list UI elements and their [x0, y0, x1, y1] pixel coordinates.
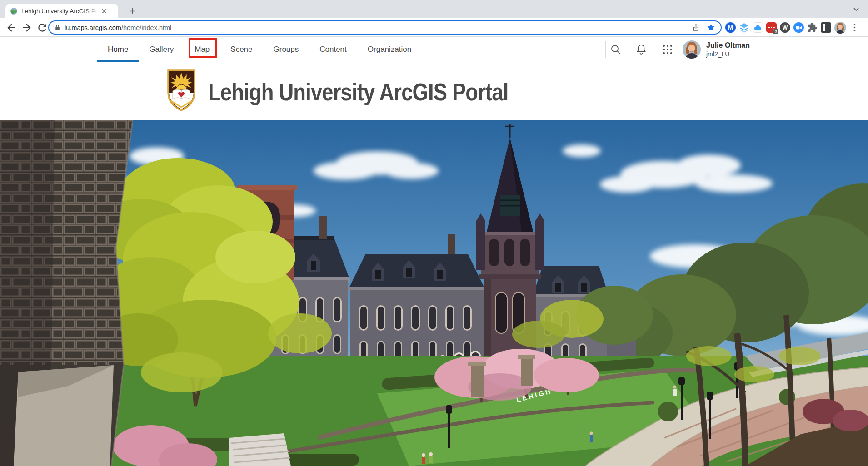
- user-name: Julie Oltman: [706, 41, 750, 50]
- zoom-icon[interactable]: [793, 22, 804, 33]
- lock-icon: [55, 24, 60, 31]
- forward-button[interactable]: [21, 22, 33, 34]
- portal-masthead: Lehigh University ArcGIS Portal: [0, 62, 868, 120]
- malwarebytes-icon[interactable]: M: [725, 22, 736, 33]
- browser-tab[interactable]: Lehigh University ArcGIS Porta: [5, 4, 118, 18]
- page-title: Lehigh University ArcGIS Portal: [208, 78, 508, 106]
- app-launcher-grid-icon[interactable]: [662, 44, 673, 55]
- arcgis-globe-favicon: [10, 7, 18, 15]
- browser-menu-icon[interactable]: [849, 22, 860, 33]
- cloud-glyph-icon: [754, 25, 762, 30]
- url-text: lu.maps.arcgis.com/home/index.html: [65, 24, 171, 31]
- extensions-puzzle-icon[interactable]: [807, 22, 818, 33]
- plus-icon: [129, 8, 136, 15]
- browser-toolbar: lu.maps.arcgis.com/home/index.html M 3 W: [0, 18, 868, 37]
- wave-icon[interactable]: W: [780, 22, 790, 33]
- avatar-photo-icon: [683, 40, 701, 59]
- icloud-icon[interactable]: [753, 22, 763, 33]
- url-path: /home/index.html: [121, 24, 171, 31]
- user-username: jml2_LU: [706, 50, 750, 58]
- url-domain: lu.maps.arcgis.com: [65, 24, 121, 31]
- map-highlight-annotation: [189, 38, 217, 58]
- nav-item-home[interactable]: Home: [97, 37, 139, 62]
- new-tab-button[interactable]: [126, 5, 138, 17]
- avatar-photo-icon: [834, 22, 846, 34]
- side-panel-icon[interactable]: [821, 22, 831, 33]
- user-menu[interactable]: Julie Oltman jml2_LU: [683, 40, 750, 59]
- address-bar[interactable]: lu.maps.arcgis.com/home/index.html: [48, 20, 722, 35]
- layers-icon[interactable]: [739, 22, 749, 33]
- extension-badge: 3: [773, 29, 779, 35]
- tab-close-icon[interactable]: [100, 7, 108, 15]
- video-camera-glyph-icon: [796, 25, 802, 30]
- lastpass-icon[interactable]: 3: [766, 22, 777, 33]
- nav-item-content[interactable]: Content: [309, 37, 357, 62]
- portal-navigation: Home Gallery Map Scene Groups Content Or…: [0, 37, 868, 62]
- tab-title: Lehigh University ArcGIS Porta: [21, 8, 99, 15]
- share-icon[interactable]: [692, 23, 700, 32]
- campus-scene: LEHIGH IS: [0, 120, 868, 466]
- nav-item-groups[interactable]: Groups: [263, 37, 309, 62]
- nav-item-organization[interactable]: Organization: [357, 37, 422, 62]
- extensions-row: M 3 W: [725, 18, 860, 37]
- browser-profile-avatar[interactable]: [834, 22, 846, 34]
- notifications-bell-icon[interactable]: [635, 44, 647, 55]
- search-icon[interactable]: [610, 44, 622, 55]
- nav-item-scene[interactable]: Scene: [220, 37, 263, 62]
- user-avatar: [683, 40, 701, 59]
- reload-button[interactable]: [36, 22, 48, 34]
- nav-item-gallery[interactable]: Gallery: [139, 37, 184, 62]
- bookmark-star-icon[interactable]: [707, 23, 715, 32]
- back-button[interactable]: [5, 22, 17, 34]
- nav-divider: [605, 41, 606, 58]
- hero-campus-photo: LEHIGH IS: [0, 120, 868, 466]
- browser-tab-strip: Lehigh University ArcGIS Porta: [0, 0, 868, 18]
- tab-search-chevron-icon[interactable]: [852, 5, 861, 14]
- lehigh-shield-logo: [166, 69, 196, 112]
